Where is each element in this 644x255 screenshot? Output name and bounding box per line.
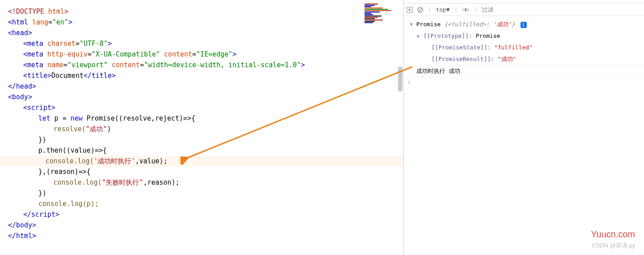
filter-input[interactable]: 过滤	[482, 6, 493, 14]
expand-triangle-icon[interactable]: ▶	[417, 32, 420, 40]
console-object-row[interactable]: ▼ Promise {<fulfilled>: '成功'} i	[404, 19, 644, 30]
console-result-row: [[PromiseResult]]: "成功"	[404, 53, 644, 65]
console-toolbar: | top ▼ | | 过滤	[404, 4, 644, 16]
console-body[interactable]: ▼ Promise {<fulfilled>: '成功'} i ▶ [[Prot…	[404, 16, 644, 255]
devtools-pane: | top ▼ | | 过滤 ▼ Promise {<fulfilled>: '…	[403, 0, 644, 255]
console-log-row: 成功时执行 成功	[404, 65, 644, 77]
eye-icon[interactable]	[462, 7, 469, 13]
doctype-open: <!	[8, 8, 16, 16]
svg-point-4	[465, 9, 467, 11]
console-prompt[interactable]: ›	[404, 77, 644, 87]
context-selector[interactable]: top ▼	[436, 6, 450, 13]
info-badge-icon[interactable]: i	[521, 22, 527, 28]
code-area[interactable]: <!DOCTYPE html> <html lang="en"> <head> …	[0, 4, 403, 241]
console-prototype-row[interactable]: ▶ [[Prototype]]: Promise	[404, 30, 644, 42]
console-state-row: [[PromiseState]]: "fulfilled"	[404, 42, 644, 53]
svg-line-3	[418, 8, 422, 12]
expand-triangle-icon[interactable]: ▼	[410, 20, 413, 29]
devtools-tabs[interactable]	[404, 0, 644, 4]
scrollbar[interactable]	[397, 0, 403, 255]
play-icon[interactable]	[406, 7, 413, 13]
clear-icon[interactable]	[417, 7, 423, 13]
credit: CSDN @苏凉.py	[592, 242, 635, 250]
minimap[interactable]	[365, 4, 398, 26]
breadcrumb[interactable]	[0, 0, 403, 4]
watermark: Yuucn.com	[591, 229, 635, 239]
editor-pane: <!DOCTYPE html> <html lang="en"> <head> …	[0, 0, 403, 255]
